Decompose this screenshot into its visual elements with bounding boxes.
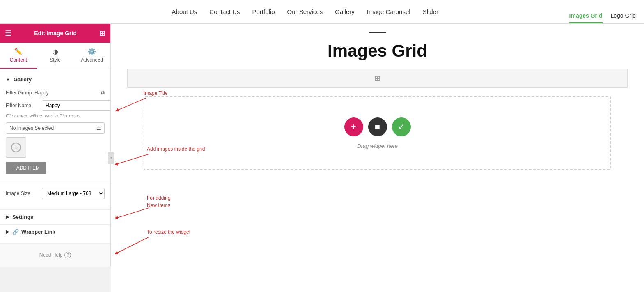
nav-portfolio[interactable]: Portfolio [252, 8, 275, 15]
image-size-label: Image Size [6, 191, 39, 196]
filter-name-row: Filter Name [6, 100, 105, 111]
nav-links: About Us Contact Us Portfolio Our Servic… [41, 8, 569, 15]
menu-icon[interactable]: ☰ [96, 125, 101, 131]
annotation-resize: To resize the widget [147, 229, 190, 235]
image-size-row: Image Size Medium Large - 768 Thumbnail … [0, 184, 110, 202]
drag-widget-text: Drag widget here [357, 143, 398, 149]
drop-zone[interactable]: + ■ ✓ Drag widget here [144, 96, 611, 170]
divider-1 [0, 181, 110, 181]
filter-group-header: Filter Group: Happy ⧉ [6, 89, 105, 96]
link-icon: 🔗 [12, 229, 19, 235]
top-navigation: About Us Contact Us Portfolio Our Servic… [0, 0, 644, 24]
drop-zone-buttons: + ■ ✓ [344, 117, 411, 136]
divider-2 [0, 206, 110, 206]
add-item-button[interactable]: + ADD ITEM [6, 162, 46, 174]
filter-hint: Filter name will be used in filter menu. [6, 113, 105, 118]
copy-icon[interactable]: ⧉ [101, 89, 105, 96]
settings-section-header[interactable]: ▶ Settings [0, 209, 110, 224]
annotation-add-items: For addingNew Items [147, 194, 170, 209]
gallery-section-label: Gallery [14, 76, 32, 83]
tab-advanced[interactable]: ⚙️ Advanced [73, 43, 110, 69]
svg-line-3 [116, 237, 149, 253]
need-help-section[interactable]: Need Help ? [0, 243, 110, 267]
svg-line-2 [116, 208, 149, 218]
add-widget-button[interactable]: + [344, 117, 363, 136]
wrapper-link-arrow-icon: ▶ [6, 229, 9, 235]
nav-slider[interactable]: Slider [423, 8, 438, 15]
page-tabs: Images Grid Logo Grid [569, 0, 636, 23]
page-area: Images Grid ⊞ + ■ ✓ Drag widget here [111, 24, 644, 178]
need-help-label: Need Help [39, 252, 63, 258]
sidebar-title-bar: ☰ Edit Image Grid ⊞ [0, 24, 110, 43]
resize-handle[interactable]: ‹› [108, 152, 114, 164]
hamburger-icon[interactable]: ☰ [5, 29, 11, 38]
grid-icon[interactable]: ⊞ [99, 29, 105, 38]
decorative-line [369, 32, 386, 33]
nav-image-carousel[interactable]: Image Carousel [367, 8, 410, 15]
help-icon: ? [64, 252, 71, 258]
no-images-bar[interactable]: No Images Selected ☰ [6, 122, 105, 134]
sidebar-tabs: ✏️ Content ◑ Style ⚙️ Advanced [0, 43, 110, 69]
filter-group-label: Filter Group: Happy [6, 90, 49, 96]
tab-content[interactable]: ✏️ Content [0, 43, 37, 69]
nav-contact-us[interactable]: Contact Us [209, 8, 240, 15]
wrapper-link-label: Wrapper Link [21, 229, 55, 235]
advanced-tab-label: Advanced [81, 57, 103, 63]
gallery-section-body: Filter Group: Happy ⧉ Filter Name Filter… [0, 86, 110, 177]
nav-about-us[interactable]: About Us [172, 8, 197, 15]
sidebar-content: ▼ Gallery Filter Group: Happy ⧉ Filter N… [0, 69, 110, 243]
wrapper-link-section-header[interactable]: ▶ 🔗 Wrapper Link [0, 224, 110, 239]
grid-toolbar-icon: ⊞ [374, 74, 380, 83]
advanced-tab-icon: ⚙️ [88, 48, 96, 55]
layout-button[interactable]: ■ [368, 117, 387, 136]
filter-name-label: Filter Name [6, 103, 39, 108]
content-tab-label: Content [10, 57, 27, 63]
sidebar: ☰ Edit Image Grid ⊞ ✏️ Content ◑ Style ⚙… [0, 24, 111, 267]
add-item-label: + ADD ITEM [12, 165, 40, 171]
main-content: Images Grid ⊞ + ■ ✓ Drag widget here Ima… [111, 24, 644, 292]
image-placeholder[interactable]: ○ [6, 137, 26, 158]
confirm-button[interactable]: ✓ [392, 117, 411, 136]
gallery-arrow-icon: ▼ [6, 77, 10, 82]
tab-style[interactable]: ◑ Style [37, 43, 74, 69]
settings-arrow-icon: ▶ [6, 214, 9, 220]
nav-gallery[interactable]: Gallery [335, 8, 355, 15]
sidebar-title: Edit Image Grid [34, 30, 76, 37]
no-images-label: No Images Selected [9, 125, 54, 131]
filter-name-input[interactable] [42, 100, 110, 111]
style-tab-label: Style [50, 57, 61, 63]
tab-logo-grid[interactable]: Logo Grid [611, 12, 636, 23]
content-tab-icon: ✏️ [14, 48, 23, 55]
style-tab-icon: ◑ [53, 48, 58, 55]
grid-toolbar[interactable]: ⊞ [127, 69, 628, 88]
image-icon: ○ [11, 143, 21, 152]
nav-our-services[interactable]: Our Services [287, 8, 323, 15]
settings-section-label: Settings [12, 214, 33, 220]
image-size-select[interactable]: Medium Large - 768 Thumbnail Medium Larg… [42, 188, 105, 199]
gallery-section-header[interactable]: ▼ Gallery [0, 73, 110, 86]
tab-images-grid[interactable]: Images Grid [569, 12, 603, 23]
page-title: Images Grid [127, 41, 628, 61]
